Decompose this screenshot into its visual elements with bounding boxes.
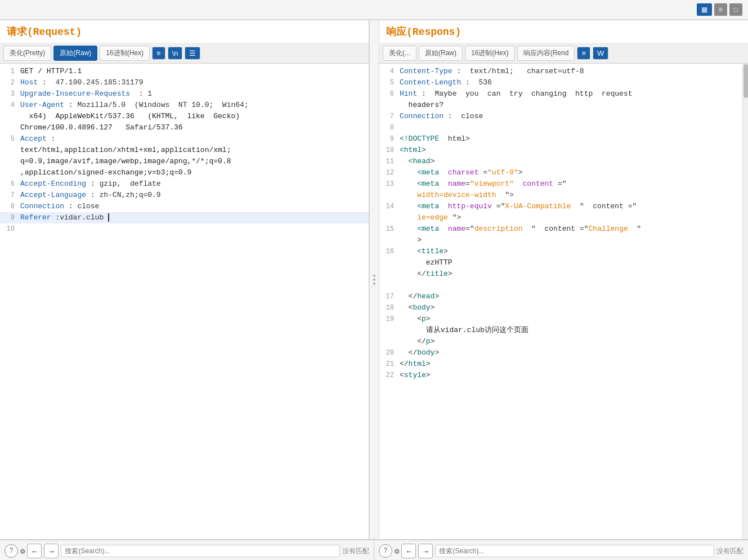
response-tab-raw[interactable]: 原始(Raw) — [419, 46, 463, 61]
response-search-section: ? ⚙ ← → 没有匹配 — [374, 540, 748, 560]
request-next-btn[interactable]: → — [44, 544, 59, 558]
layout-split-btn[interactable]: ▦ — [697, 3, 712, 16]
layout-list-btn[interactable]: ≡ — [714, 3, 727, 16]
table-row: q=0.9,image/avif,image/webp,image/apng,*… — [0, 156, 369, 167]
request-tab-hex[interactable]: 16进制(Hex) — [100, 46, 150, 61]
response-title: 响应(Respons) — [379, 20, 748, 43]
request-prev-btn[interactable]: ← — [27, 544, 42, 558]
table-row: 18 <body> — [379, 302, 748, 313]
table-row: 21 </html> — [379, 359, 748, 370]
layout-single-btn[interactable]: □ — [729, 3, 742, 16]
table-row: 15 <meta name=″description ″ content =″C… — [379, 223, 748, 235]
table-row: text/html,application/xhtml+xml,applicat… — [0, 145, 369, 156]
response-next-btn[interactable]: → — [418, 544, 433, 558]
request-tab-pretty[interactable]: 美化(Pretty) — [3, 46, 51, 61]
table-row: 10 — [0, 223, 369, 235]
table-row: 请从vidar.club访问这个页面 — [379, 325, 748, 336]
table-row: 22 <style> — [379, 370, 748, 381]
response-prev-btn[interactable]: ← — [401, 544, 416, 558]
scrollbar-track[interactable] — [742, 64, 748, 539]
table-row: 17 </head> — [379, 291, 748, 302]
table-row: > — [379, 235, 748, 246]
request-no-match: 没有匹配 — [342, 546, 369, 556]
table-row: 3 Upgrade-Insecure-Requests : 1 — [0, 88, 369, 100]
table-row: ezHTTP — [379, 257, 748, 268]
response-tab-w[interactable]: W — [593, 47, 608, 60]
table-row: 6 Accept-Encoding : gzip, deflate — [0, 178, 369, 190]
request-tab-wrap[interactable]: ≡ — [152, 47, 165, 60]
table-row: 5 Content-Length : 536 — [379, 77, 748, 88]
response-tab-pretty[interactable]: 美化(... — [383, 46, 416, 61]
pane-divider[interactable] — [369, 20, 379, 539]
table-row: 6 Hint : Maybe you can try changing http… — [379, 88, 748, 100]
table-row: 9 <!DOCTYPE html> — [379, 133, 748, 145]
request-code-area: 1 GET / HTTP/1.1 2 Host : 47.100.245.185… — [0, 64, 369, 539]
table-row: 9 Referer :vidar.club — [0, 212, 369, 223]
table-row: 8 — [379, 122, 748, 133]
table-row: width=device-width ″> — [379, 190, 748, 201]
table-row: 13 <meta name=″viewport″ content =″ — [379, 178, 748, 190]
table-row: 19 <p> — [379, 313, 748, 325]
response-help-icon[interactable]: ? — [379, 544, 392, 558]
table-row: 12 <meta charset =″utf-8″> — [379, 167, 748, 178]
request-pane: 请求(Request) 美化(Pretty) 原始(Raw) 16进制(Hex)… — [0, 20, 369, 539]
request-help-icon[interactable]: ? — [5, 544, 18, 558]
response-code-area: 4 Content-Type : text/html; charset=utf-… — [379, 64, 748, 539]
top-toolbar: ▦ ≡ □ — [0, 0, 748, 20]
scrollbar-thumb[interactable] — [743, 64, 748, 98]
response-tab-bar: 美化(... 原始(Raw) 16进制(Hex) 响应内容(Rend ≡ W — [379, 43, 748, 64]
table-row: 7 Connection : close — [379, 111, 748, 122]
divider-dot — [373, 275, 375, 277]
table-row: 4 Content-Type : text/html; charset=utf-… — [379, 66, 748, 77]
table-row — [379, 280, 748, 291]
table-row: </p> — [379, 336, 748, 347]
request-tab-bar: 美化(Pretty) 原始(Raw) 16进制(Hex) ≡ \n ☰ — [0, 43, 369, 64]
request-settings-icon[interactable]: ⚙ — [20, 546, 25, 556]
request-search-input[interactable] — [61, 545, 340, 557]
table-row: headers? — [379, 100, 748, 111]
table-row: 20 </body> — [379, 347, 748, 359]
table-row: 10 <html> — [379, 145, 748, 156]
table-row: ,application/signed-exchange;v=b3;q=0.9 — [0, 167, 369, 178]
divider-dot — [373, 279, 375, 281]
table-row: 16 <title> — [379, 246, 748, 257]
request-tab-menu[interactable]: ☰ — [185, 47, 200, 60]
response-search-input[interactable] — [435, 545, 714, 557]
response-tab-hex[interactable]: 16进制(Hex) — [465, 46, 515, 61]
main-container: 请求(Request) 美化(Pretty) 原始(Raw) 16进制(Hex)… — [0, 20, 748, 539]
table-row: 7 Accept-Language : zh-CN,zh;q=0.9 — [0, 190, 369, 201]
response-settings-icon[interactable]: ⚙ — [395, 546, 399, 556]
response-tab-wrap[interactable]: ≡ — [577, 47, 590, 60]
table-row: Chrome/100.0.4896.127 Safari/537.36 — [0, 122, 369, 133]
request-title: 请求(Request) — [0, 20, 369, 43]
table-row: 4 User-Agent : Mozilla/5.0 (Windows NT 1… — [0, 100, 369, 111]
response-pane: 响应(Respons) 美化(... 原始(Raw) 16进制(Hex) 响应内… — [379, 20, 748, 539]
request-tab-newline[interactable]: \n — [168, 47, 183, 60]
table-row: 2 Host : 47.100.245.185:31179 — [0, 77, 369, 88]
table-row: 14 <meta http-equiv =″X-UA-Compatible ″ … — [379, 201, 748, 212]
table-row: x64) AppleWebKit/537.36 (KHTML, like Gec… — [0, 111, 369, 122]
bottom-bar: ? ⚙ ← → 没有匹配 ? ⚙ ← → 没有匹配 — [0, 539, 748, 560]
table-row: ie=edge ″> — [379, 212, 748, 223]
table-row: 11 <head> — [379, 156, 748, 167]
divider-dot — [373, 283, 375, 285]
table-row: 8 Connection : close — [0, 201, 369, 212]
table-row: 1 GET / HTTP/1.1 — [0, 66, 369, 77]
table-row: 5 Accept : — [0, 133, 369, 145]
request-tab-raw[interactable]: 原始(Raw) — [53, 46, 97, 61]
request-search-section: ? ⚙ ← → 没有匹配 — [0, 540, 374, 560]
response-no-match: 没有匹配 — [716, 546, 743, 556]
table-row: </title> — [379, 268, 748, 280]
response-tab-render[interactable]: 响应内容(Rend — [517, 46, 575, 61]
